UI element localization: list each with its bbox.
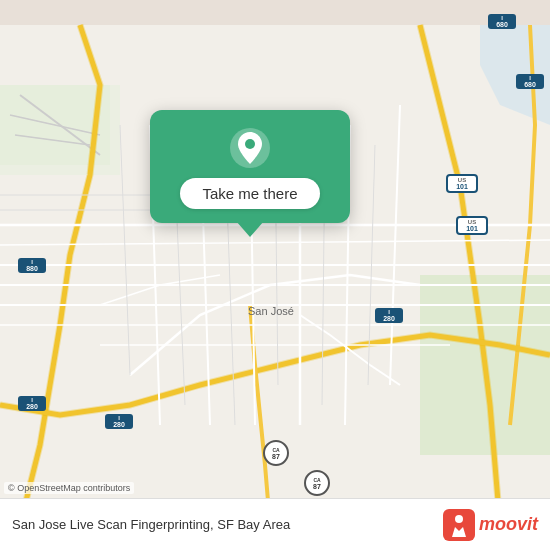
moovit-logo: moovit	[443, 509, 538, 541]
map-container: San José I 880 I 280 I 280 US 101 US 101…	[0, 0, 550, 550]
bottom-bar: San Jose Live Scan Fingerprinting, SF Ba…	[0, 498, 550, 550]
svg-point-32	[455, 515, 463, 523]
svg-point-30	[245, 139, 255, 149]
badge-ca87-s1: CA 87	[263, 440, 289, 466]
badge-ca87-s2: CA 87	[304, 470, 330, 496]
badge-i680-n: I 680	[488, 14, 516, 29]
badge-i880-nw: I 880	[18, 258, 46, 273]
osm-attribution: © OpenStreetMap contributors	[4, 482, 134, 494]
location-pin-icon	[228, 126, 272, 170]
location-title: San Jose Live Scan Fingerprinting, SF Ba…	[12, 517, 443, 532]
badge-i280-sc: I 280	[105, 414, 133, 429]
svg-text:San José: San José	[248, 305, 294, 317]
take-me-there-button[interactable]: Take me there	[180, 178, 319, 209]
popup-card: Take me there	[150, 110, 350, 223]
badge-i280-sw: I 280	[18, 396, 46, 411]
map-svg: San José	[0, 0, 550, 550]
moovit-brand-icon	[443, 509, 475, 541]
badge-i280-cr: I 280	[375, 308, 403, 323]
badge-us101-e: US 101	[456, 216, 488, 235]
badge-i680-ne: I 680	[516, 74, 544, 89]
badge-us101-ne: US 101	[446, 174, 478, 193]
moovit-text: moovit	[479, 514, 538, 535]
